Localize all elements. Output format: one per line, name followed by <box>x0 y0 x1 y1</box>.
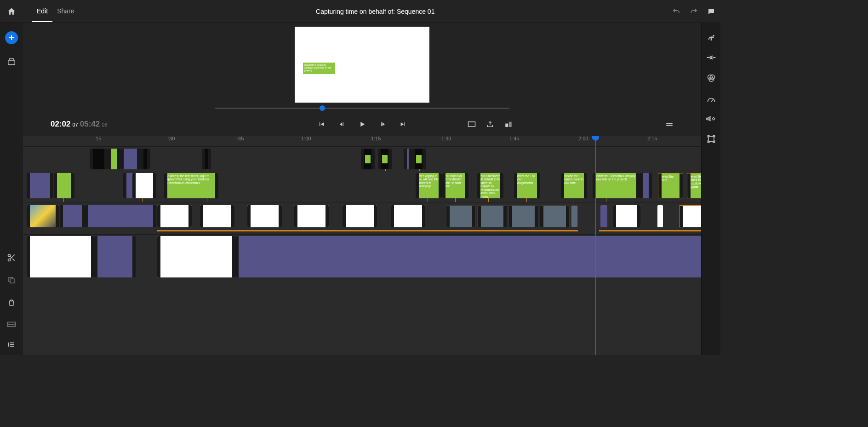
clip[interactable]: To access the timesheet, login to Upland… <box>164 173 218 198</box>
preview-monitor[interactable]: Select the Functional Category (your rol… <box>295 27 429 103</box>
svg-rect-22 <box>710 117 711 121</box>
total-frames: 08 <box>102 122 107 127</box>
titles-icon[interactable] <box>7 321 16 328</box>
clip[interactable] <box>120 149 140 169</box>
home-button[interactable] <box>5 7 18 16</box>
project-assets-icon[interactable] <box>7 58 16 65</box>
clip[interactable] <box>294 205 329 227</box>
clip[interactable] <box>235 236 701 277</box>
svg-point-2 <box>8 254 11 257</box>
clip[interactable] <box>132 173 156 198</box>
audio-track[interactable] <box>23 234 701 279</box>
clip[interactable] <box>90 149 108 169</box>
step-forward-button[interactable] <box>379 121 387 128</box>
add-media-button[interactable]: + <box>5 31 18 44</box>
titles-panel-icon[interactable]: T <box>706 33 716 41</box>
clip[interactable] <box>54 173 74 198</box>
clip[interactable] <box>137 236 157 277</box>
clip[interactable] <box>94 236 136 277</box>
playhead[interactable] <box>595 136 596 355</box>
snapshot-button[interactable] <box>504 121 513 128</box>
ruler-mark: :15 <box>94 136 101 141</box>
clip[interactable] <box>679 205 701 227</box>
clip[interactable] <box>27 236 94 277</box>
play-button[interactable] <box>358 120 366 128</box>
time-ruler[interactable]: :15:30:451:001:151:301:452:002:15 <box>23 136 701 147</box>
redo-button[interactable] <box>689 7 698 16</box>
clip[interactable] <box>343 205 377 227</box>
clip[interactable] <box>477 205 507 227</box>
copy-icon[interactable] <box>7 276 16 284</box>
preview-scrubber[interactable] <box>215 104 509 113</box>
fullscreen-button[interactable] <box>468 121 476 127</box>
clip[interactable]: You may click "Timesheets" time" to star… <box>442 173 468 198</box>
current-time: 02:02 <box>51 120 70 129</box>
timeline[interactable]: :15:30:451:001:151:301:452:002:15 To acc… <box>23 136 701 355</box>
clip[interactable] <box>157 205 192 227</box>
clip[interactable] <box>540 205 570 227</box>
timecode: 02:02 07 05:42 08 <box>51 120 107 129</box>
clip[interactable] <box>412 149 426 169</box>
clip[interactable] <box>157 236 235 277</box>
goto-start-button[interactable] <box>318 121 325 128</box>
clip[interactable] <box>640 173 652 198</box>
overlay-track-2[interactable] <box>23 147 701 171</box>
overlay-track-1[interactable]: To access the timesheet, login to Upland… <box>23 171 701 202</box>
clip[interactable] <box>247 205 282 227</box>
clip[interactable] <box>361 149 375 169</box>
transitions-icon[interactable] <box>706 54 716 61</box>
video-track[interactable] <box>23 202 701 234</box>
clip[interactable] <box>404 149 412 169</box>
list-icon[interactable] <box>7 341 16 348</box>
transform-icon[interactable] <box>707 134 716 144</box>
ruler-mark: 1:45 <box>509 136 519 141</box>
clip[interactable] <box>60 205 85 227</box>
clip[interactable]: Your Timesheet will default to the curre… <box>477 173 503 198</box>
clip[interactable] <box>508 205 538 227</box>
export-frame-button[interactable] <box>486 121 494 128</box>
ruler-mark: 2:00 <box>578 136 588 141</box>
clip[interactable] <box>657 205 663 227</box>
clip[interactable] <box>27 205 59 227</box>
svg-rect-13 <box>509 122 512 127</box>
speed-icon[interactable] <box>707 96 716 103</box>
svg-rect-21 <box>708 117 709 120</box>
transport-controls: 02:02 07 05:42 08 <box>23 113 701 136</box>
clip[interactable]: Select the Functional Category (your rol… <box>593 173 640 198</box>
clip[interactable] <box>202 149 211 169</box>
goto-end-button[interactable] <box>400 121 407 128</box>
mode-tabs: Edit Share <box>32 1 79 22</box>
step-back-button[interactable] <box>338 121 345 128</box>
header-right <box>672 7 716 16</box>
clip[interactable] <box>571 205 578 227</box>
trash-icon[interactable] <box>7 298 16 307</box>
tab-share[interactable]: Share <box>52 1 79 22</box>
view-options-button[interactable] <box>665 122 674 127</box>
clip[interactable] <box>85 205 156 227</box>
clip[interactable] <box>27 173 53 198</box>
clip[interactable] <box>613 205 640 227</box>
ruler-mark: 1:15 <box>371 136 381 141</box>
scrubber-handle[interactable] <box>320 105 325 111</box>
preview-callout: Select the Functional Category (your rol… <box>303 63 335 74</box>
clip[interactable]: Select the + to open Assignments <box>514 173 540 198</box>
clip[interactable]: Select the Work <box>658 173 683 198</box>
clip[interactable] <box>391 205 425 227</box>
clip[interactable] <box>108 149 120 169</box>
project-title: Capturing time on behalf of: Sequence 01 <box>79 8 672 15</box>
clip[interactable]: After logging in you will see this Times… <box>416 173 442 198</box>
clip[interactable] <box>140 149 150 169</box>
clip[interactable]: Select the Tasks where the dropdown will… <box>687 173 701 198</box>
color-icon[interactable] <box>707 74 716 83</box>
clip[interactable]: Choose the request code to book time <box>561 173 587 198</box>
audio-icon[interactable] <box>706 116 716 121</box>
clip[interactable] <box>378 149 392 169</box>
scissors-icon[interactable] <box>7 253 16 262</box>
comments-button[interactable] <box>707 7 716 16</box>
clip[interactable] <box>200 205 234 227</box>
total-time: 05:42 <box>80 120 100 129</box>
clip[interactable] <box>600 205 607 227</box>
tab-edit[interactable]: Edit <box>32 1 52 22</box>
clip[interactable] <box>446 205 476 227</box>
undo-button[interactable] <box>672 7 681 16</box>
